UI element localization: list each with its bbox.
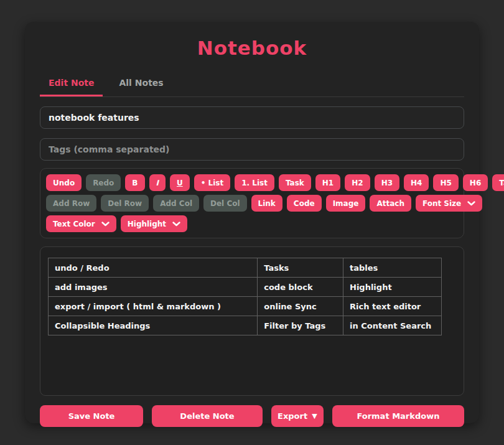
note-editor-area[interactable]: undo / Redo Tasks tables add images code… xyxy=(40,246,464,396)
notebook-app-card: Notebook Edit Note All Notes Undo Redo B… xyxy=(25,22,479,423)
chevron-down-icon xyxy=(101,222,110,227)
h3-label: H3 xyxy=(381,179,393,187)
toolbar-row-2: Add Row Del Row Add Col Del Col Link Cod… xyxy=(46,195,458,212)
action-button-bar: Save Note Delete Note Export ▼ Format Ma… xyxy=(40,405,464,427)
chevron-down-icon xyxy=(172,222,180,227)
highlight-dropdown[interactable]: Highlight xyxy=(121,215,187,232)
image-label: Image xyxy=(333,199,359,208)
del-row-button: Del Row xyxy=(101,195,149,212)
format-markdown-button[interactable]: Format Markdown xyxy=(332,405,464,427)
table-cell[interactable]: Filter by Tags xyxy=(258,316,343,335)
note-content-table: undo / Redo Tasks tables add images code… xyxy=(48,258,442,335)
note-title-input[interactable] xyxy=(40,106,464,129)
tags-input[interactable] xyxy=(40,138,464,161)
underline-label: U xyxy=(177,179,183,187)
save-note-label: Save Note xyxy=(68,411,115,421)
task-label: Task xyxy=(286,179,304,187)
table-button[interactable]: Table xyxy=(492,174,504,191)
link-button[interactable]: Link xyxy=(251,195,282,212)
add-col-label: Add Col xyxy=(160,199,192,208)
table-row: Collapsible Headings Filter by Tags in C… xyxy=(49,316,442,335)
bullet-list-label: • List xyxy=(201,179,224,187)
h2-button[interactable]: H2 xyxy=(345,174,370,191)
bold-button[interactable]: B xyxy=(125,174,144,191)
ordered-list-label: 1. List xyxy=(241,179,268,187)
redo-button: Redo xyxy=(86,174,121,191)
formatting-toolbar: Undo Redo B I U • List 1. List Task H1 H… xyxy=(40,168,464,238)
ordered-list-button[interactable]: 1. List xyxy=(235,174,274,191)
h6-label: H6 xyxy=(470,179,481,187)
link-label: Link xyxy=(258,199,276,208)
add-row-button: Add Row xyxy=(46,195,96,212)
table-label: Table xyxy=(499,179,504,187)
table-cell[interactable]: Highlight xyxy=(343,278,442,297)
table-row: export / import ( html & markdown ) onli… xyxy=(49,297,442,316)
text-color-dropdown[interactable]: Text Color xyxy=(46,215,116,232)
table-cell[interactable]: export / import ( html & markdown ) xyxy=(49,297,258,316)
table-cell[interactable]: online Sync xyxy=(258,297,343,316)
table-row: undo / Redo Tasks tables xyxy=(49,258,442,278)
bold-label: B xyxy=(132,179,138,187)
del-col-button: Del Col xyxy=(203,195,247,212)
table-cell[interactable]: Collapsible Headings xyxy=(49,316,258,335)
h4-label: H4 xyxy=(411,179,422,187)
export-label: Export xyxy=(278,411,307,421)
export-dropdown-button[interactable]: Export ▼ xyxy=(271,405,324,427)
underline-button[interactable]: U xyxy=(170,174,190,191)
bullet-list-button[interactable]: • List xyxy=(194,174,231,191)
attach-button[interactable]: Attach xyxy=(370,195,411,212)
highlight-label: Highlight xyxy=(128,220,166,228)
h5-label: H5 xyxy=(440,179,451,187)
table-cell[interactable]: undo / Redo xyxy=(49,258,258,278)
tab-edit-note[interactable]: Edit Note xyxy=(40,73,103,96)
table-cell[interactable]: in Content Search xyxy=(343,316,442,335)
delete-note-label: Delete Note xyxy=(180,411,234,421)
text-color-label: Text Color xyxy=(53,220,95,228)
caret-down-icon: ▼ xyxy=(312,412,317,420)
font-size-dropdown[interactable]: Font Size xyxy=(416,195,482,212)
toolbar-row-3: Text Color Highlight xyxy=(46,215,458,232)
chevron-down-icon xyxy=(467,201,475,206)
delete-note-button[interactable]: Delete Note xyxy=(152,405,263,427)
save-note-button[interactable]: Save Note xyxy=(40,405,143,427)
table-cell[interactable]: Tasks xyxy=(258,258,343,278)
app-title: Notebook xyxy=(40,37,464,59)
code-label: Code xyxy=(294,199,315,208)
del-row-label: Del Row xyxy=(108,199,142,208)
italic-label: I xyxy=(156,179,159,187)
code-button[interactable]: Code xyxy=(287,195,322,212)
add-col-button: Add Col xyxy=(153,195,199,212)
h1-button[interactable]: H1 xyxy=(315,174,340,191)
table-cell[interactable]: add images xyxy=(49,278,258,297)
tab-all-notes[interactable]: All Notes xyxy=(110,73,172,96)
image-button[interactable]: Image xyxy=(326,195,366,212)
tab-bar: Edit Note All Notes xyxy=(40,73,464,97)
format-markdown-label: Format Markdown xyxy=(357,411,439,421)
redo-label: Redo xyxy=(93,179,114,187)
table-row: add images code block Highlight xyxy=(49,278,442,297)
table-cell[interactable]: tables xyxy=(343,258,442,278)
h2-label: H2 xyxy=(352,179,363,187)
undo-button[interactable]: Undo xyxy=(46,174,82,191)
h1-label: H1 xyxy=(322,179,334,187)
italic-button[interactable]: I xyxy=(149,174,166,191)
task-button[interactable]: Task xyxy=(279,174,311,191)
font-size-label: Font Size xyxy=(422,199,461,208)
h4-button[interactable]: H4 xyxy=(404,174,429,191)
table-cell[interactable]: Rich text editor xyxy=(343,297,442,316)
h5-button[interactable]: H5 xyxy=(433,174,458,191)
add-row-label: Add Row xyxy=(53,199,90,208)
toolbar-row-1: Undo Redo B I U • List 1. List Task H1 H… xyxy=(46,174,458,191)
h3-button[interactable]: H3 xyxy=(375,174,399,191)
del-col-label: Del Col xyxy=(210,199,240,208)
h6-button[interactable]: H6 xyxy=(463,174,488,191)
table-cell[interactable]: code block xyxy=(258,278,343,297)
undo-label: Undo xyxy=(53,179,75,187)
attach-label: Attach xyxy=(376,199,404,208)
